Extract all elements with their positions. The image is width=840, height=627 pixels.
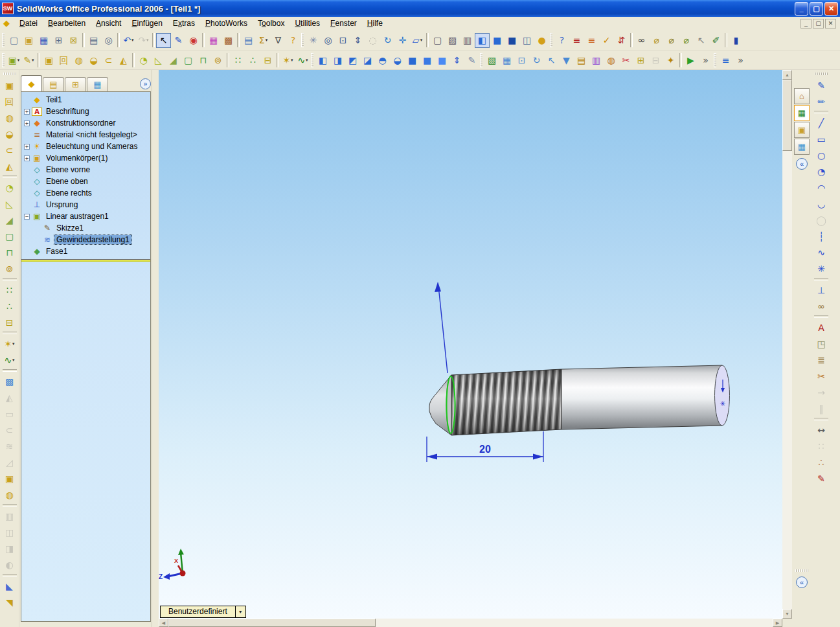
menu-photoworks[interactable]: PhotoWorks <box>200 18 253 28</box>
select-button[interactable]: ↖ <box>156 33 171 48</box>
lofted-boss-button[interactable]: ◭ <box>2 159 17 174</box>
view-right-button[interactable]: ◪ <box>360 53 375 68</box>
tree-item-ebene-oben[interactable]: ◇Ebene oben <box>21 176 150 187</box>
expand-toggle[interactable]: + <box>24 144 30 150</box>
toolbar-overflow-button[interactable]: » <box>698 53 713 68</box>
fillet-button[interactable]: ◔ <box>2 180 17 195</box>
render-scene-button[interactable]: ▦ <box>499 53 514 68</box>
features-dropdown-dropdown[interactable]: ▾ <box>17 58 20 63</box>
line-button[interactable]: ╱ <box>814 115 829 130</box>
feature-statistics-button[interactable]: ≡ <box>569 33 584 48</box>
menu-fenster[interactable]: Fenster <box>325 18 362 28</box>
view-back-button[interactable]: ◨ <box>330 53 345 68</box>
property-manager-tab[interactable]: ▤ <box>43 77 64 91</box>
process-bends-button[interactable]: ◥ <box>2 595 17 610</box>
realview-graphics-button[interactable]: ● <box>534 33 549 48</box>
scroll-up-button[interactable]: ▲ <box>782 70 792 80</box>
centerline-button[interactable]: ┆ <box>814 229 829 244</box>
tree-item-konstruktionsordner[interactable]: +◆Konstruktionsordner <box>21 117 150 129</box>
view-isometric-button[interactable]: ■ <box>405 53 420 68</box>
reference-geometry-dropdown[interactable]: ▾ <box>291 58 293 63</box>
draft-button[interactable]: ◢ <box>166 53 181 68</box>
graphics-viewport[interactable]: 20 ✳ X Z <box>159 70 782 619</box>
mirror-feature-button[interactable]: ⊟ <box>2 315 17 330</box>
expand-toggle[interactable]: − <box>24 214 30 220</box>
viewport-vscrollbar[interactable]: ▲ ▼ <box>782 70 792 619</box>
view-left-button[interactable]: ◩ <box>345 53 360 68</box>
extruded-cut-button[interactable]: 回 <box>56 53 71 68</box>
view-top-button[interactable]: ◓ <box>375 53 390 68</box>
extruded-cut-button[interactable]: 回 <box>2 94 17 109</box>
selection-filter-button[interactable]: ∇ <box>271 33 286 48</box>
view-orientation-label[interactable]: Benutzerdefiniert <box>160 606 236 618</box>
photoworks-manager-tab[interactable]: ▦ <box>87 77 108 91</box>
chamfer-button[interactable]: ◺ <box>2 196 17 211</box>
offset-entities-button[interactable]: ≣ <box>814 352 829 367</box>
view-normal-to-button[interactable]: ⇕ <box>449 53 464 68</box>
cut-render-button[interactable]: ✂ <box>619 53 633 68</box>
task-pane-collapse-button[interactable]: « <box>796 158 808 170</box>
expand-toggle[interactable]: + <box>24 109 30 115</box>
mass-properties-button[interactable]: ⌀ <box>664 33 679 48</box>
toolbar-grip[interactable] <box>795 569 808 572</box>
flatten-bends-button[interactable]: ◣ <box>2 578 17 593</box>
hidden-lines-visible-button[interactable]: ▨ <box>445 33 460 48</box>
render-to-file-button[interactable]: ▼ <box>559 53 574 68</box>
undo-button[interactable]: ↶▾ <box>121 33 136 48</box>
view-selector-button[interactable]: ✎ <box>464 53 479 68</box>
web-toolbar-overflow-button[interactable]: » <box>733 53 748 68</box>
revolved-cut-button[interactable]: ◒ <box>2 126 17 141</box>
hole-wizard-button[interactable]: ⊚ <box>210 53 225 68</box>
material-editor-button[interactable]: ▥ <box>589 53 604 68</box>
toolbar-grip[interactable] <box>301 33 304 47</box>
draft-button[interactable]: ◢ <box>2 212 17 227</box>
doc-restore-button[interactable]: ▢ <box>813 19 824 28</box>
leader-arrow[interactable] <box>435 282 448 373</box>
view-orientation-box[interactable]: Benutzerdefiniert ▼ <box>160 606 246 618</box>
shaded-button[interactable]: ■ <box>490 33 505 48</box>
sketch-dropdown-dropdown[interactable]: ▾ <box>32 58 34 63</box>
hscroll-thumb[interactable] <box>168 619 376 627</box>
tree-item-ebene-vorne[interactable]: ◇Ebene vorne <box>21 164 150 176</box>
sketch-text-button[interactable]: A <box>814 320 829 335</box>
reference-geometry-dropdown[interactable]: ▾ <box>12 341 15 347</box>
zoom-to-area-button[interactable]: ⊡ <box>335 33 350 48</box>
menu-extras[interactable]: Extras <box>168 18 200 28</box>
web-toolbar-button[interactable]: ≡ <box>718 53 733 68</box>
shadows-in-shaded-mode-button[interactable]: ■ <box>505 33 519 48</box>
trim-entities-button[interactable]: ✂ <box>814 369 829 383</box>
knit-surface-button[interactable]: ▩ <box>2 374 17 389</box>
rebuild-button[interactable]: ◉ <box>186 33 201 48</box>
render-selection-button[interactable]: ↖ <box>544 53 559 68</box>
format-painter-button[interactable]: ✐ <box>709 33 723 48</box>
3d-sketch-button[interactable]: ✏ <box>814 94 829 109</box>
open-document-button[interactable]: ▣ <box>21 33 36 48</box>
rib-button[interactable]: ⊓ <box>2 245 17 260</box>
curves-dropdown[interactable]: ▾ <box>306 58 308 63</box>
view-probe-button[interactable]: ✳ <box>306 33 321 48</box>
tree-item-material-nicht-festgelegt[interactable]: ≡Material <nicht festgelegt> <box>21 129 150 141</box>
doc-minimize-button[interactable]: _ <box>800 19 812 28</box>
rollback-bar[interactable] <box>21 259 150 262</box>
copy-render-button[interactable]: ⊞ <box>633 53 648 68</box>
revolved-surface-button[interactable]: ◍ <box>2 487 17 502</box>
expand-toggle[interactable]: + <box>24 155 30 161</box>
doc-close-button[interactable]: ✕ <box>825 19 836 28</box>
circular-pattern-button[interactable]: ∴ <box>245 53 260 68</box>
menu-datei[interactable]: Datei <box>14 18 43 28</box>
view-orientation-dropdown[interactable]: ▼ <box>236 606 246 618</box>
modify-sketch-button[interactable]: ✎ <box>814 471 829 486</box>
curves-dropdown[interactable]: ▾ <box>12 358 15 363</box>
spline-button[interactable]: ∿ <box>814 245 829 260</box>
swept-boss-button[interactable]: ⊂ <box>101 53 116 68</box>
sketch-button[interactable]: ✎ <box>171 33 186 48</box>
circular-sketch-pattern-button[interactable]: ∴ <box>814 455 829 470</box>
toolbar-grip[interactable] <box>714 53 716 67</box>
revolved-cut-button[interactable]: ◒ <box>86 53 101 68</box>
swept-boss-button[interactable]: ⊂ <box>2 142 17 157</box>
display-relations-button[interactable]: ∞ <box>814 299 829 314</box>
scene-editor-button[interactable]: ▤ <box>574 53 589 68</box>
toolbar-grip[interactable] <box>3 73 16 75</box>
decals-button[interactable]: ◍ <box>604 53 619 68</box>
reference-geometry-button[interactable]: ✶▾ <box>280 53 295 68</box>
